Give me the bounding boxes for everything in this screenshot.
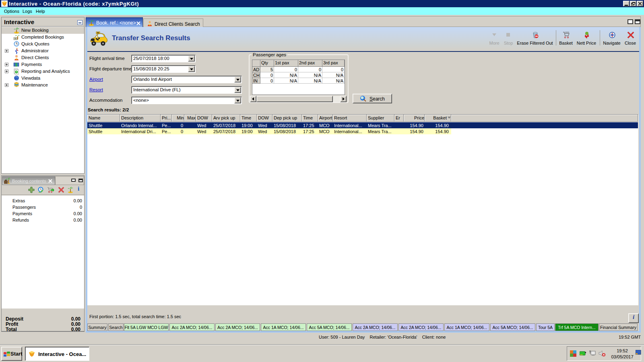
- svg-text:$: $: [15, 63, 18, 67]
